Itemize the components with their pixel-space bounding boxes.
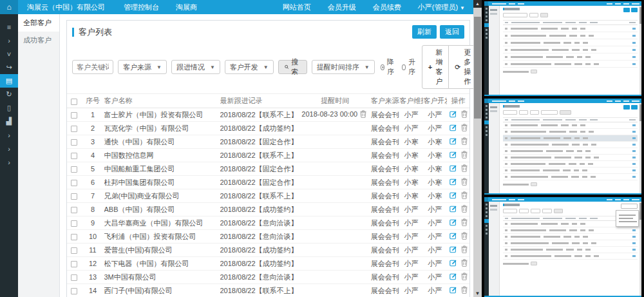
table-row: 8ABB（中国）有限公司2018/08/22【成功签约】展会会刊小严小严	[67, 203, 469, 216]
latest-record: 2018/08/22【意向洽谈】	[220, 216, 300, 230]
refresh-button[interactable]: 刷新	[412, 25, 437, 39]
delete-button[interactable]	[461, 218, 468, 227]
scrollbar-down-arrow-icon[interactable]: ▼	[473, 291, 482, 296]
customer-developer: 小寒	[423, 149, 447, 162]
edit-button[interactable]	[450, 164, 457, 173]
chevron-down-icon[interactable]: ˅	[0, 47, 18, 61]
edit-button[interactable]	[450, 205, 457, 214]
keyword-input[interactable]	[72, 60, 113, 74]
home-button[interactable]: ⌂	[0, 0, 18, 14]
delete-button[interactable]	[461, 137, 468, 146]
row-checkbox[interactable]	[71, 166, 77, 173]
delete-button[interactable]	[461, 191, 468, 200]
edit-button[interactable]	[450, 191, 457, 200]
preview-screenshot-1[interactable]	[484, 1, 641, 96]
delete-button[interactable]	[461, 232, 468, 241]
trash-icon	[461, 232, 468, 240]
search-button[interactable]: 搜索	[278, 60, 307, 74]
row-operations	[447, 122, 469, 135]
back-button[interactable]: 返回	[440, 25, 464, 39]
menu-icon[interactable]: ≡	[0, 20, 18, 34]
trash-icon	[461, 178, 468, 186]
row-checkbox[interactable]	[71, 247, 77, 254]
preview-screenshot-3[interactable]	[484, 197, 641, 297]
scrollbar-thumb[interactable]	[474, 17, 481, 119]
chevron-right-icon[interactable]: ›	[0, 142, 18, 155]
row-checkbox[interactable]	[71, 234, 77, 240]
more-actions-button[interactable]: ⟳更多操作▼	[448, 45, 473, 89]
nav-item-member-renew[interactable]: 会员续费	[365, 3, 410, 12]
edit-button[interactable]	[450, 286, 457, 295]
edit-button[interactable]	[450, 137, 457, 146]
delete-button[interactable]	[461, 124, 468, 133]
row-checkbox[interactable]	[71, 207, 77, 213]
customer-name: 爱普生(中国)有限公司	[104, 244, 220, 257]
sidebar-item-success-customers[interactable]: 成功客户	[18, 32, 59, 49]
row-checkbox[interactable]	[71, 288, 77, 294]
edit-button[interactable]	[450, 259, 457, 268]
customer-list-icon[interactable]: ▤	[0, 74, 18, 88]
sidebar-item-all-customers[interactable]: 全部客户	[18, 14, 59, 32]
edit-button[interactable]	[450, 273, 457, 282]
table-row: 14西门子(中国)有限公司2018/08/22【联系不上】展会会刊小严小严	[67, 284, 469, 297]
refresh-icon[interactable]: ↻	[0, 88, 18, 101]
develop-select[interactable]: 客户开发▼	[225, 60, 274, 74]
trash-icon[interactable]: ▯	[0, 101, 18, 115]
row-checkbox[interactable]	[71, 193, 77, 200]
nav-item-site-home[interactable]: 网站首页	[274, 3, 319, 12]
edit-button[interactable]	[450, 151, 457, 160]
delete-button[interactable]	[461, 205, 468, 214]
edit-button[interactable]	[450, 178, 457, 187]
delete-button[interactable]	[461, 164, 468, 173]
sort-desc-radio[interactable]: 降序	[381, 57, 396, 77]
nav-item-taozhanshang[interactable]: 淘展商	[167, 3, 205, 12]
customer-developer: 小严	[423, 108, 447, 122]
edit-icon	[450, 273, 457, 280]
edit-button[interactable]	[450, 110, 457, 119]
row-checkbox[interactable]	[71, 112, 77, 119]
delete-button[interactable]	[461, 286, 468, 295]
row-checkbox[interactable]	[71, 274, 77, 281]
edit-button[interactable]	[450, 124, 457, 133]
delete-button[interactable]	[461, 110, 468, 119]
chevron-right-icon[interactable]: ›	[0, 128, 18, 142]
mini-table-row	[503, 253, 638, 260]
scrollbar-up-arrow-icon[interactable]: ▲	[473, 0, 482, 8]
customer-developer: 小严	[423, 271, 447, 284]
edit-button[interactable]	[450, 245, 457, 254]
user-menu[interactable]: 小严(管理员)▼	[410, 3, 473, 12]
sort-select[interactable]: 提醒时间排序▼	[312, 60, 375, 74]
col-header-source: 客户来源	[370, 94, 399, 108]
row-checkbox[interactable]	[71, 180, 77, 186]
delete-button[interactable]	[461, 178, 468, 187]
delete-button[interactable]	[461, 151, 468, 160]
chevron-right-icon[interactable]: ›	[0, 34, 18, 47]
page-scrollbar[interactable]: ▲ ▼	[473, 0, 482, 297]
add-customer-button[interactable]: +新增客户	[422, 45, 449, 89]
mini-scrollbar	[639, 6, 641, 95]
nav-item-member-upgrade[interactable]: 会员升级	[319, 3, 365, 12]
mini-sidebar-icon	[484, 120, 489, 124]
delete-button[interactable]	[461, 259, 468, 268]
sort-asc-radio[interactable]: 升序	[402, 57, 417, 77]
delete-button[interactable]	[461, 245, 468, 254]
edit-button[interactable]	[450, 232, 457, 241]
delete-button[interactable]	[461, 273, 468, 282]
preview-screenshot-2[interactable]	[484, 99, 641, 195]
source-select[interactable]: 客户来源▼	[118, 60, 167, 74]
row-checkbox[interactable]	[71, 139, 77, 146]
remind-time	[299, 216, 370, 230]
customer-maintainer: 小严	[399, 284, 423, 297]
sign-in-icon[interactable]: ↪	[0, 61, 18, 74]
row-checkbox[interactable]	[71, 220, 77, 227]
delete-reminder-button[interactable]	[360, 110, 366, 119]
row-checkbox[interactable]	[71, 126, 77, 132]
nav-item-console[interactable]: 管理控制台	[115, 3, 167, 12]
row-checkbox[interactable]	[71, 153, 77, 159]
row-checkbox[interactable]	[71, 261, 77, 267]
chart-icon[interactable]: ▟	[0, 115, 18, 128]
chevron-right-icon[interactable]: ›	[0, 155, 18, 169]
select-all-checkbox[interactable]	[71, 99, 77, 105]
followup-select[interactable]: 跟进情况▼	[171, 60, 220, 74]
edit-button[interactable]	[450, 218, 457, 227]
